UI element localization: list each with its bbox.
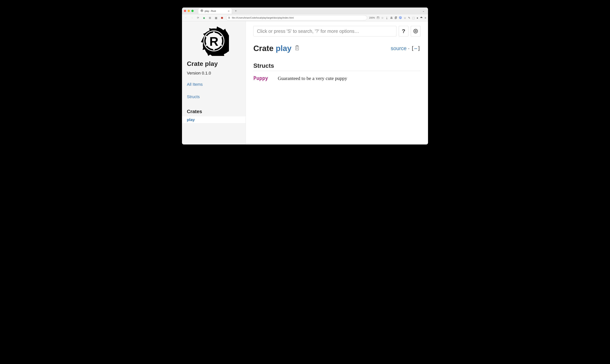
svg-point-9 (206, 44, 207, 46)
extension-color-icon[interactable]: ▦ (214, 16, 218, 19)
struct-description: Guaranteed to be a very cute puppy (278, 76, 347, 81)
rust-logo[interactable]: R (187, 26, 241, 57)
sidebar-crate-version: Version 0.1.0 (187, 71, 241, 76)
section-heading-structs: Structs (253, 62, 420, 71)
search-input[interactable] (257, 28, 393, 34)
svg-text:R: R (209, 35, 218, 48)
clip-icon[interactable]: 🗐 (394, 16, 397, 19)
copy-path-button[interactable] (295, 45, 299, 52)
svg-point-10 (206, 36, 207, 38)
svg-point-5 (213, 32, 215, 33)
help-button[interactable]: ? (399, 26, 408, 36)
sidebar: R Crate play Version 0.1.0 All Items Str… (182, 21, 246, 144)
forward-button[interactable]: → (190, 16, 194, 19)
svg-point-8 (213, 49, 215, 50)
sidebar-structs-link[interactable]: Structs (187, 94, 241, 99)
svg-point-14 (415, 31, 416, 31)
new-tab-button[interactable]: + (234, 9, 238, 13)
page-protocol-icon: 🗎 (228, 16, 230, 19)
window-minimize-button[interactable] (188, 10, 190, 12)
page-title-prefix: Crate (253, 44, 276, 53)
zoom-level[interactable]: 200% (369, 16, 375, 19)
rust-gear-icon: R (199, 26, 229, 56)
browser-tab[interactable]: R play - Rust × (198, 8, 232, 14)
extension-u-icon[interactable]: Ⓤ (399, 16, 402, 20)
browser-toolbar: ← → ⟳ ◆ ⊞ ▦ ⬢ 🗎 file:///Users/brian/Code… (182, 14, 428, 21)
separator-dot: · (408, 45, 410, 52)
clipboard-icon (295, 45, 299, 51)
profile-avatar-icon[interactable]: ● (417, 16, 418, 19)
extension-cube-icon[interactable]: ⬚ (412, 16, 415, 19)
window-maximize-button[interactable] (191, 10, 194, 12)
extensions-puzzle-icon[interactable]: ⯊ (420, 16, 423, 19)
extension-face-icon[interactable]: ☺ (404, 16, 406, 19)
search-row: ? (253, 26, 420, 36)
tab-strip: R play - Rust × + ⌄ (182, 8, 428, 14)
menu-hamburger-icon[interactable]: ≡ (425, 16, 426, 19)
extension-icon[interactable]: ◆ (202, 16, 206, 19)
page-title: Crate play (253, 44, 291, 53)
source-link[interactable]: source (391, 45, 407, 52)
rust-favicon-icon: R (201, 9, 203, 13)
browser-window: R play - Rust × + ⌄ ← → ⟳ ◆ ⊞ ▦ ⬢ 🗎 file… (182, 8, 428, 144)
tab-list-chevron-icon[interactable]: ⌄ (421, 9, 426, 12)
svg-point-7 (220, 44, 222, 46)
window-controls (184, 10, 194, 12)
reload-button[interactable]: ⟳ (196, 16, 200, 19)
collapse-toggle[interactable]: [−] (411, 45, 420, 52)
struct-link-puppy[interactable]: Puppy (253, 76, 270, 81)
address-bar[interactable]: 🗎 file:///Users/brian/Code/local/play/ta… (226, 15, 367, 20)
extension-grid-icon[interactable]: ⊞ (208, 16, 212, 19)
sidebar-crate-item-play[interactable]: play (182, 116, 246, 123)
bookmark-star-icon[interactable]: ☆ (381, 16, 384, 19)
main-panel: ? Crate play (246, 21, 428, 144)
sidebar-crate-title: Crate play (187, 60, 241, 67)
search-input-wrap[interactable] (253, 26, 396, 36)
tab-title: play - Rust (205, 10, 227, 12)
svg-text:R: R (202, 10, 203, 11)
sidebar-all-items-link[interactable]: All Items (187, 82, 241, 87)
struct-item-row: Puppy Guaranteed to be a very cute puppy (253, 76, 420, 81)
url-text: file:///Users/brian/Code/local/play/targ… (232, 16, 365, 19)
toolbar-right-icons: 🗔 ☆ ⭳ 🖶 🗐 Ⓤ ☺ ✎ ⬚ ● ⯊ ≡ (377, 16, 426, 20)
window-close-button[interactable] (184, 10, 186, 12)
page-title-crate-name[interactable]: play (276, 44, 291, 53)
back-button[interactable]: ← (184, 16, 188, 19)
sidebar-crates-heading: Crates (187, 109, 241, 115)
print-icon[interactable]: 🖶 (390, 16, 393, 19)
gear-icon (413, 28, 418, 34)
ublock-shield-icon[interactable]: ⬢ (220, 16, 224, 19)
svg-point-6 (220, 36, 222, 38)
page-heading: Crate play source · [−] (253, 44, 420, 53)
settings-button[interactable] (411, 26, 420, 36)
tab-close-button[interactable]: × (228, 10, 230, 13)
download-icon[interactable]: ⭳ (386, 16, 388, 19)
extension-pencil-icon[interactable]: ✎ (408, 16, 410, 19)
page-content: R Crate play Version 0.1.0 All Items Str… (182, 21, 428, 144)
translate-icon[interactable]: 🗔 (377, 16, 379, 19)
